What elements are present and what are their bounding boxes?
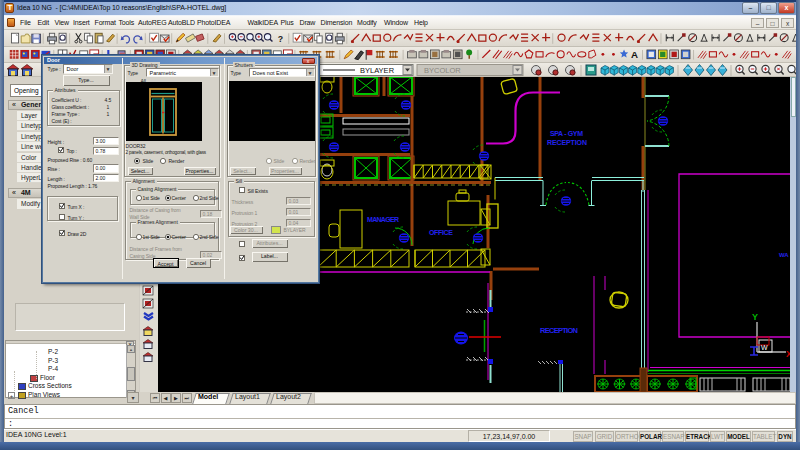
svg-text:Y: Y [752,312,758,322]
svg-text:RECEPTION: RECEPTION [547,139,587,146]
svg-text:WA: WA [779,252,789,258]
svg-text:W: W [761,344,768,351]
svg-text:RECEPTION: RECEPTION [540,326,578,335]
svg-text:BYCOLOR: BYCOLOR [424,66,461,75]
svg-text:BYLAYER: BYLAYER [360,66,395,75]
svg-text:?: ? [278,34,283,44]
svg-text:A: A [631,49,638,60]
svg-text:SPA - GYM: SPA - GYM [550,130,583,137]
svg-text:OFFICE: OFFICE [429,229,453,236]
svg-text:MANAGER: MANAGER [367,216,399,223]
